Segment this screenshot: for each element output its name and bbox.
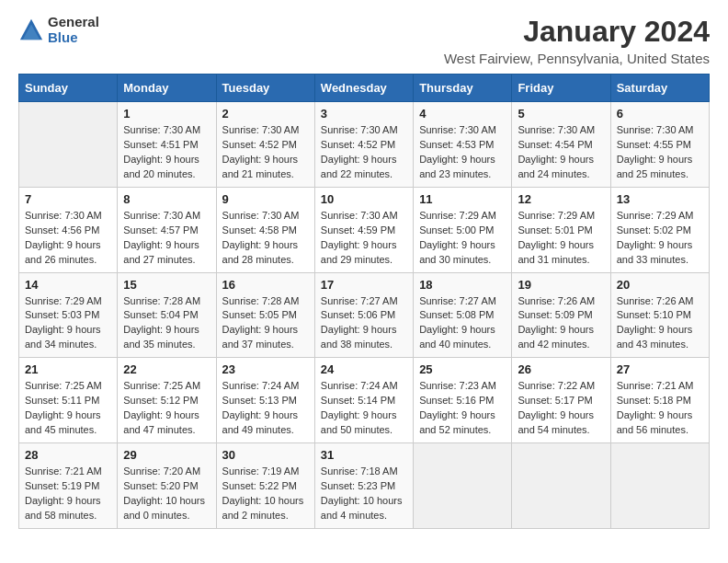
day-info: Sunrise: 7:22 AM Sunset: 5:17 PM Dayligh… <box>518 379 604 438</box>
header-row: SundayMondayTuesdayWednesdayThursdayFrid… <box>19 75 710 102</box>
location-title: West Fairview, Pennsylvania, United Stat… <box>444 51 710 66</box>
day-info: Sunrise: 7:30 AM Sunset: 4:59 PM Dayligh… <box>321 209 407 268</box>
calendar-week-5: 28Sunrise: 7:21 AM Sunset: 5:19 PM Dayli… <box>19 443 710 529</box>
logo-text: General Blue <box>48 15 99 45</box>
day-number: 6 <box>617 107 703 121</box>
calendar-table: SundayMondayTuesdayWednesdayThursdayFrid… <box>18 74 710 529</box>
page-header: General Blue January 2024 West Fairview,… <box>18 15 710 66</box>
calendar-header: SundayMondayTuesdayWednesdayThursdayFrid… <box>19 75 710 102</box>
calendar-cell <box>610 443 709 529</box>
day-number: 15 <box>123 278 210 292</box>
calendar-cell: 31Sunrise: 7:18 AM Sunset: 5:23 PM Dayli… <box>314 443 413 529</box>
day-number: 19 <box>518 278 604 292</box>
day-info: Sunrise: 7:30 AM Sunset: 4:57 PM Dayligh… <box>123 209 210 268</box>
calendar-cell: 20Sunrise: 7:26 AM Sunset: 5:10 PM Dayli… <box>610 272 709 358</box>
header-cell-saturday: Saturday <box>610 75 709 102</box>
day-number: 21 <box>25 362 111 376</box>
calendar-cell: 9Sunrise: 7:30 AM Sunset: 4:58 PM Daylig… <box>216 187 314 272</box>
calendar-cell: 24Sunrise: 7:24 AM Sunset: 5:14 PM Dayli… <box>314 358 413 443</box>
calendar-week-2: 7Sunrise: 7:30 AM Sunset: 4:56 PM Daylig… <box>19 187 710 272</box>
calendar-cell: 18Sunrise: 7:27 AM Sunset: 5:08 PM Dayli… <box>414 272 512 358</box>
day-number: 7 <box>25 192 111 206</box>
calendar-cell: 3Sunrise: 7:30 AM Sunset: 4:52 PM Daylig… <box>314 102 413 188</box>
header-cell-friday: Friday <box>512 75 610 102</box>
calendar-cell: 10Sunrise: 7:30 AM Sunset: 4:59 PM Dayli… <box>314 187 413 272</box>
calendar-cell: 21Sunrise: 7:25 AM Sunset: 5:11 PM Dayli… <box>19 358 118 443</box>
day-number: 22 <box>123 362 210 376</box>
calendar-cell: 29Sunrise: 7:20 AM Sunset: 5:20 PM Dayli… <box>118 443 216 529</box>
day-info: Sunrise: 7:30 AM Sunset: 4:52 PM Dayligh… <box>222 123 309 182</box>
calendar-cell: 11Sunrise: 7:29 AM Sunset: 5:00 PM Dayli… <box>414 187 512 272</box>
day-info: Sunrise: 7:24 AM Sunset: 5:13 PM Dayligh… <box>222 379 309 438</box>
calendar-cell: 19Sunrise: 7:26 AM Sunset: 5:09 PM Dayli… <box>512 272 610 358</box>
day-info: Sunrise: 7:20 AM Sunset: 5:20 PM Dayligh… <box>123 465 210 523</box>
calendar-cell: 1Sunrise: 7:30 AM Sunset: 4:51 PM Daylig… <box>118 102 216 188</box>
day-number: 18 <box>419 278 506 292</box>
calendar-body: 1Sunrise: 7:30 AM Sunset: 4:51 PM Daylig… <box>19 102 710 529</box>
day-info: Sunrise: 7:29 AM Sunset: 5:02 PM Dayligh… <box>617 209 703 268</box>
day-info: Sunrise: 7:24 AM Sunset: 5:14 PM Dayligh… <box>321 379 407 438</box>
calendar-cell <box>414 443 512 529</box>
day-number: 24 <box>321 362 407 376</box>
calendar-cell: 4Sunrise: 7:30 AM Sunset: 4:53 PM Daylig… <box>414 102 512 188</box>
day-info: Sunrise: 7:28 AM Sunset: 5:04 PM Dayligh… <box>123 294 210 353</box>
calendar-cell: 17Sunrise: 7:27 AM Sunset: 5:06 PM Dayli… <box>314 272 413 358</box>
calendar-week-3: 14Sunrise: 7:29 AM Sunset: 5:03 PM Dayli… <box>19 272 710 358</box>
day-info: Sunrise: 7:30 AM Sunset: 4:55 PM Dayligh… <box>617 123 703 182</box>
day-info: Sunrise: 7:30 AM Sunset: 4:56 PM Dayligh… <box>25 209 111 268</box>
day-number: 23 <box>222 362 309 376</box>
day-info: Sunrise: 7:26 AM Sunset: 5:10 PM Dayligh… <box>617 294 703 353</box>
calendar-cell: 27Sunrise: 7:21 AM Sunset: 5:18 PM Dayli… <box>610 358 709 443</box>
day-number: 16 <box>222 278 309 292</box>
calendar-week-1: 1Sunrise: 7:30 AM Sunset: 4:51 PM Daylig… <box>19 102 710 188</box>
day-number: 28 <box>25 448 111 462</box>
day-number: 27 <box>617 362 703 376</box>
day-number: 29 <box>123 448 210 462</box>
day-number: 3 <box>321 107 407 121</box>
calendar-cell: 2Sunrise: 7:30 AM Sunset: 4:52 PM Daylig… <box>216 102 314 188</box>
calendar-cell: 5Sunrise: 7:30 AM Sunset: 4:54 PM Daylig… <box>512 102 610 188</box>
day-info: Sunrise: 7:19 AM Sunset: 5:22 PM Dayligh… <box>222 465 309 523</box>
calendar-cell <box>19 102 118 188</box>
calendar-cell: 28Sunrise: 7:21 AM Sunset: 5:19 PM Dayli… <box>19 443 118 529</box>
day-number: 13 <box>617 192 703 206</box>
calendar-cell: 15Sunrise: 7:28 AM Sunset: 5:04 PM Dayli… <box>118 272 216 358</box>
day-info: Sunrise: 7:30 AM Sunset: 4:54 PM Dayligh… <box>518 123 604 182</box>
day-number: 20 <box>617 278 703 292</box>
day-number: 14 <box>25 278 111 292</box>
day-info: Sunrise: 7:25 AM Sunset: 5:12 PM Dayligh… <box>123 379 210 438</box>
day-info: Sunrise: 7:30 AM Sunset: 4:52 PM Dayligh… <box>321 123 407 182</box>
logo: General Blue <box>18 15 99 45</box>
day-info: Sunrise: 7:21 AM Sunset: 5:18 PM Dayligh… <box>617 379 703 438</box>
day-info: Sunrise: 7:29 AM Sunset: 5:01 PM Dayligh… <box>518 209 604 268</box>
title-block: January 2024 West Fairview, Pennsylvania… <box>444 15 710 66</box>
day-number: 8 <box>123 192 210 206</box>
calendar-cell: 23Sunrise: 7:24 AM Sunset: 5:13 PM Dayli… <box>216 358 314 443</box>
calendar-cell: 22Sunrise: 7:25 AM Sunset: 5:12 PM Dayli… <box>118 358 216 443</box>
day-number: 31 <box>321 448 407 462</box>
day-number: 11 <box>419 192 506 206</box>
month-title: January 2024 <box>444 15 710 49</box>
day-info: Sunrise: 7:30 AM Sunset: 4:53 PM Dayligh… <box>419 123 506 182</box>
day-info: Sunrise: 7:27 AM Sunset: 5:06 PM Dayligh… <box>321 294 407 353</box>
day-info: Sunrise: 7:27 AM Sunset: 5:08 PM Dayligh… <box>419 294 506 353</box>
calendar-cell: 13Sunrise: 7:29 AM Sunset: 5:02 PM Dayli… <box>610 187 709 272</box>
header-cell-tuesday: Tuesday <box>216 75 314 102</box>
header-cell-wednesday: Wednesday <box>314 75 413 102</box>
day-info: Sunrise: 7:23 AM Sunset: 5:16 PM Dayligh… <box>419 379 506 438</box>
day-info: Sunrise: 7:30 AM Sunset: 4:51 PM Dayligh… <box>123 123 210 182</box>
day-number: 25 <box>419 362 506 376</box>
calendar-week-4: 21Sunrise: 7:25 AM Sunset: 5:11 PM Dayli… <box>19 358 710 443</box>
day-number: 10 <box>321 192 407 206</box>
day-info: Sunrise: 7:21 AM Sunset: 5:19 PM Dayligh… <box>25 465 111 523</box>
header-cell-monday: Monday <box>118 75 216 102</box>
logo-icon <box>18 17 44 43</box>
day-number: 1 <box>123 107 210 121</box>
calendar-cell: 7Sunrise: 7:30 AM Sunset: 4:56 PM Daylig… <box>19 187 118 272</box>
calendar-cell <box>512 443 610 529</box>
calendar-cell: 26Sunrise: 7:22 AM Sunset: 5:17 PM Dayli… <box>512 358 610 443</box>
day-info: Sunrise: 7:28 AM Sunset: 5:05 PM Dayligh… <box>222 294 309 353</box>
day-number: 2 <box>222 107 309 121</box>
calendar-cell: 16Sunrise: 7:28 AM Sunset: 5:05 PM Dayli… <box>216 272 314 358</box>
calendar-cell: 8Sunrise: 7:30 AM Sunset: 4:57 PM Daylig… <box>118 187 216 272</box>
